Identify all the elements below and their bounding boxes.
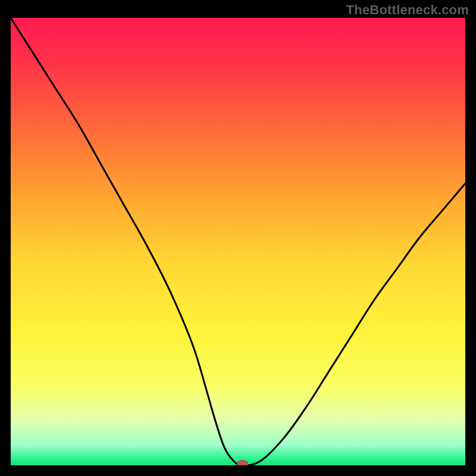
bottleneck-chart: [11, 18, 465, 465]
watermark-text: TheBottleneck.com: [346, 2, 469, 18]
chart-frame: TheBottleneck.com: [0, 0, 476, 476]
plot-area: [11, 18, 465, 465]
optimal-point-marker: [237, 461, 248, 465]
gradient-background: [11, 18, 465, 465]
